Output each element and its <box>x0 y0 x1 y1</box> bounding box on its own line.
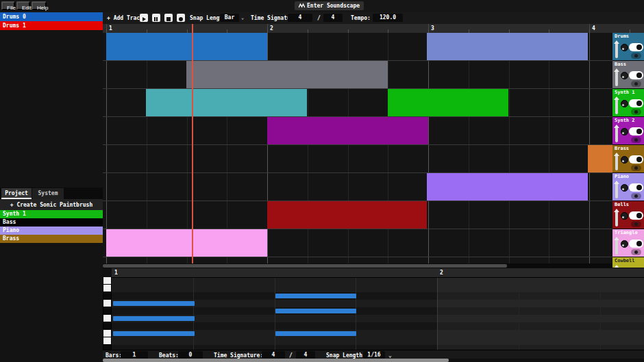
paintbrush-item[interactable]: Piano <box>0 227 103 235</box>
track-enable-toggle[interactable] <box>629 127 643 135</box>
midi-note[interactable] <box>113 331 195 336</box>
pattern-item[interactable]: Drums 0 <box>0 12 103 21</box>
pan-knob[interactable] <box>621 156 628 164</box>
clip[interactable] <box>588 145 612 172</box>
tab-system[interactable]: System <box>32 188 64 199</box>
slider-thumb-icon[interactable] <box>614 265 619 268</box>
track-sub-toggle[interactable] <box>631 221 641 227</box>
volume-slider[interactable] <box>615 98 618 114</box>
enter-soundscape-button[interactable]: Enter Soundscape <box>295 1 364 10</box>
track-enable-toggle[interactable] <box>629 211 643 220</box>
midi-note[interactable] <box>113 316 195 321</box>
snap-length-select[interactable]: Bar <box>220 14 239 22</box>
playhead[interactable] <box>192 24 193 263</box>
track-sub-toggle[interactable] <box>631 249 641 255</box>
slider-thumb-icon[interactable] <box>614 96 619 100</box>
menu-file[interactable]: File <box>1 1 15 10</box>
status-chevron-down-icon[interactable]: ⌄ <box>388 352 392 359</box>
piano-roll-hscrollbar[interactable] <box>103 359 644 362</box>
white-key[interactable] <box>103 285 111 292</box>
track-strip[interactable]: Piano <box>612 173 644 201</box>
pan-knob[interactable] <box>621 240 628 248</box>
pattern-item[interactable]: Drums 1 <box>0 21 103 30</box>
white-key[interactable] <box>103 315 111 322</box>
pan-knob[interactable] <box>621 128 628 135</box>
midi-note[interactable] <box>275 309 356 313</box>
track-enable-toggle[interactable] <box>629 155 643 164</box>
white-key[interactable] <box>103 337 111 344</box>
volume-slider[interactable] <box>615 70 618 86</box>
track-enable-toggle[interactable] <box>629 240 643 248</box>
piano-roll-ruler[interactable]: 12 <box>103 268 644 278</box>
track-row[interactable] <box>103 61 612 89</box>
add-track-button[interactable]: + Add Track <box>107 15 143 21</box>
time-signature-denominator-input[interactable]: 4 <box>323 14 343 22</box>
paintbrush-item[interactable]: Brass <box>0 235 103 243</box>
clip[interactable] <box>427 33 588 60</box>
tab-project[interactable]: Project <box>1 188 32 199</box>
menu-help[interactable]: Help <box>32 1 47 10</box>
midi-note[interactable] <box>275 294 356 298</box>
track-row[interactable] <box>103 33 612 61</box>
clip[interactable] <box>427 173 588 201</box>
black-key[interactable] <box>103 292 111 299</box>
timeline-hscrollbar[interactable] <box>103 263 612 268</box>
track-strip[interactable]: Cowbell <box>612 257 644 268</box>
track-enable-toggle[interactable] <box>629 183 643 192</box>
track-row[interactable] <box>103 257 612 263</box>
slider-thumb-icon[interactable] <box>614 181 619 184</box>
pause-button[interactable] <box>152 14 160 22</box>
track-enable-toggle[interactable] <box>629 99 643 107</box>
create-sonic-paintbrush-button[interactable]: + Create Sonic Paintbrush <box>0 199 103 210</box>
track-strip[interactable]: Drums <box>612 33 644 61</box>
black-key[interactable] <box>103 322 111 329</box>
play-button[interactable] <box>140 14 148 22</box>
volume-slider[interactable] <box>615 210 618 227</box>
volume-slider[interactable] <box>615 238 618 255</box>
slider-thumb-icon[interactable] <box>614 237 619 240</box>
volume-slider[interactable] <box>615 182 618 198</box>
track-sub-toggle[interactable] <box>631 193 641 199</box>
clip[interactable] <box>186 61 388 88</box>
chevron-down-icon[interactable]: ⌄ <box>241 15 244 21</box>
track-strip[interactable]: Synth 2 <box>612 117 644 145</box>
track-sub-toggle[interactable] <box>631 53 641 59</box>
volume-slider[interactable] <box>615 126 618 142</box>
slider-thumb-icon[interactable] <box>614 40 619 44</box>
track-row[interactable] <box>103 89 612 117</box>
track-strip[interactable]: Triangle <box>612 229 644 257</box>
black-key[interactable] <box>103 307 111 314</box>
white-key[interactable] <box>103 300 111 307</box>
pan-knob[interactable] <box>621 44 628 51</box>
stop-button[interactable] <box>164 14 173 22</box>
pan-knob[interactable] <box>621 184 628 192</box>
timeline-ruler[interactable]: 1234 <box>103 24 644 34</box>
slider-thumb-icon[interactable] <box>614 68 619 72</box>
track-strip[interactable]: Synth 1 <box>612 89 644 117</box>
pan-knob[interactable] <box>621 212 628 220</box>
paintbrush-item[interactable]: Synth 1 <box>0 210 103 218</box>
track-row[interactable] <box>103 173 612 201</box>
track-sub-toggle[interactable] <box>631 109 641 115</box>
track-strip[interactable]: Bells <box>612 201 644 229</box>
track-sub-toggle[interactable] <box>631 137 641 143</box>
paintbrush-item[interactable]: Bass <box>0 218 103 227</box>
track-enable-toggle[interactable] <box>629 43 643 51</box>
scrollbar-handle[interactable] <box>103 264 507 268</box>
track-sub-toggle[interactable] <box>631 165 641 171</box>
clip[interactable] <box>146 89 307 116</box>
record-button[interactable] <box>177 14 185 22</box>
menu-edit[interactable]: Edit <box>16 1 30 10</box>
time-signature-numerator-input[interactable]: 4 <box>288 14 312 22</box>
track-sub-toggle[interactable] <box>631 81 641 87</box>
pan-knob[interactable] <box>621 72 628 79</box>
track-row[interactable] <box>103 229 612 257</box>
midi-note[interactable] <box>275 331 356 336</box>
track-row[interactable] <box>103 117 612 145</box>
slider-thumb-icon[interactable] <box>614 153 619 156</box>
black-key[interactable] <box>103 345 111 350</box>
clip[interactable] <box>267 201 427 229</box>
track-enable-toggle[interactable] <box>629 71 643 79</box>
volume-slider[interactable] <box>615 266 618 268</box>
track-strip[interactable]: Brass <box>612 145 644 173</box>
